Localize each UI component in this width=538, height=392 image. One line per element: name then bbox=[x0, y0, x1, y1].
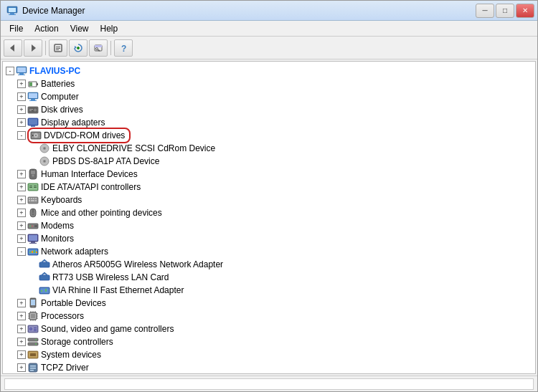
tcpz-icon bbox=[27, 362, 39, 373]
expand-keyboards[interactable]: + bbox=[17, 196, 26, 204]
svg-marker-4 bbox=[10, 44, 14, 52]
mice-icon bbox=[27, 207, 39, 219]
via-label: VIA Rhine II Fast Ethernet Adapter bbox=[52, 284, 184, 297]
atheros-label: Atheros AR5005G Wireless Network Adapter bbox=[52, 258, 223, 271]
svg-point-46 bbox=[44, 161, 45, 162]
tree-item-systemdevices[interactable]: + System devices bbox=[3, 348, 535, 361]
svg-rect-3 bbox=[9, 14, 16, 15]
minimize-button[interactable]: ─ bbox=[476, 4, 494, 18]
svg-rect-2 bbox=[10, 13, 14, 14]
help-button[interactable]: ? bbox=[114, 39, 133, 57]
expand-modems[interactable]: + bbox=[17, 221, 26, 230]
expand-network[interactable]: - bbox=[17, 247, 26, 256]
svg-point-70 bbox=[32, 226, 33, 227]
expand-portable[interactable]: + bbox=[17, 299, 26, 307]
keyboards-label: Keyboards bbox=[41, 193, 82, 206]
pbds-label: PBDS DS-8A1P ATA Device bbox=[52, 155, 159, 168]
tree-item-modems[interactable]: + Modems bbox=[3, 219, 535, 232]
dvdcdrom-label: DVD/CD-ROM drives bbox=[44, 129, 125, 142]
tree-item-batteries[interactable]: + Batteries bbox=[3, 77, 535, 90]
tree-item-mice[interactable]: + Mice and other pointing devices bbox=[3, 206, 535, 219]
storage-label: Storage controllers bbox=[41, 335, 113, 348]
svg-rect-31 bbox=[29, 109, 33, 110]
svg-rect-80 bbox=[34, 250, 35, 253]
expand-tcpz[interactable]: + bbox=[17, 363, 26, 372]
tree-item-storage[interactable]: + Storage controllers bbox=[3, 335, 535, 348]
menu-help[interactable]: Help bbox=[95, 22, 124, 35]
svg-point-83 bbox=[44, 259, 45, 261]
expand-batteries[interactable]: + bbox=[17, 80, 26, 88]
expand-root[interactable]: - bbox=[6, 67, 14, 75]
svg-rect-75 bbox=[29, 243, 37, 244]
network-label: Network adapters bbox=[41, 245, 108, 258]
close-button[interactable]: ✕ bbox=[516, 4, 534, 18]
menu-view[interactable]: View bbox=[65, 22, 95, 35]
tree-item-hid[interactable]: + Human Interface Devices bbox=[3, 168, 535, 181]
tree-item-computer[interactable]: + Computer bbox=[3, 90, 535, 103]
tree-item-via[interactable]: VIA Rhine II Fast Ethernet Adapter bbox=[3, 284, 535, 297]
tree-item-processors[interactable]: + bbox=[3, 310, 535, 322]
expand-storage[interactable]: + bbox=[17, 338, 26, 346]
svg-rect-62 bbox=[29, 200, 30, 201]
computer-label: Computer bbox=[41, 90, 79, 103]
expand-systemdevices[interactable]: + bbox=[17, 350, 26, 359]
expand-diskdrives[interactable]: + bbox=[17, 105, 26, 114]
tree-item-portable[interactable]: + Portable Devices bbox=[3, 297, 535, 310]
maximize-button[interactable]: □ bbox=[496, 4, 514, 18]
update-button[interactable] bbox=[69, 39, 88, 57]
svg-rect-25 bbox=[31, 99, 35, 100]
expand-processors[interactable]: + bbox=[17, 312, 26, 320]
svg-rect-24 bbox=[29, 93, 37, 98]
tree-item-sound[interactable]: + Sound, video and game controllers bbox=[3, 322, 535, 335]
svg-rect-7 bbox=[56, 47, 60, 47]
status-bar bbox=[1, 376, 537, 391]
expand-monitors[interactable]: + bbox=[17, 234, 26, 243]
properties-button[interactable] bbox=[49, 39, 67, 57]
tree-item-ide[interactable]: + IDE ATA/ATAPI controllers bbox=[3, 181, 535, 193]
device-manager-window: Device Manager ─ □ ✕ File Action View He… bbox=[0, 0, 538, 392]
expand-mice[interactable]: + bbox=[17, 209, 26, 217]
placeholder-atheros bbox=[29, 260, 37, 269]
svg-rect-124 bbox=[30, 368, 36, 369]
expand-ide[interactable]: + bbox=[17, 183, 26, 191]
displayadapters-icon bbox=[27, 117, 39, 128]
svg-point-118 bbox=[35, 343, 37, 345]
expand-computer[interactable]: + bbox=[17, 92, 26, 101]
tree-item-monitors[interactable]: + Monitors bbox=[3, 232, 535, 245]
expand-sound[interactable]: + bbox=[17, 325, 26, 333]
placeholder-via bbox=[29, 286, 37, 295]
diskdrives-icon bbox=[27, 104, 39, 115]
scan-button[interactable] bbox=[89, 39, 108, 57]
tree-item-rt73[interactable]: RT73 USB Wireless LAN Card bbox=[3, 271, 535, 284]
svg-point-92 bbox=[32, 306, 34, 307]
menu-action[interactable]: Action bbox=[29, 22, 64, 35]
tree-item-keyboards[interactable]: + Keyboards bbox=[3, 193, 535, 206]
tree-item-atheros[interactable]: Atheros AR5005G Wireless Network Adapter bbox=[3, 258, 535, 271]
tree-item-diskdrives[interactable]: + Disk drives bbox=[3, 103, 535, 116]
toolbar-separator-1 bbox=[45, 41, 46, 55]
network-icon bbox=[27, 246, 39, 257]
svg-rect-73 bbox=[29, 235, 37, 241]
tree-item-root[interactable]: - FLAVIUS-PC bbox=[3, 64, 535, 77]
expand-dvdcdrom[interactable]: - bbox=[17, 131, 26, 140]
diskdrives-label: Disk drives bbox=[41, 103, 83, 116]
tree-item-network[interactable]: - Network adapters bbox=[3, 245, 535, 258]
title-bar: Device Manager ─ □ ✕ bbox=[1, 1, 537, 21]
svg-rect-88 bbox=[41, 290, 42, 292]
svg-rect-113 bbox=[34, 329, 37, 330]
tree-item-tcpz[interactable]: + TCPZ Driver bbox=[3, 361, 535, 374]
device-tree[interactable]: - FLAVIUS-PC + bbox=[2, 61, 536, 374]
forward-button[interactable] bbox=[24, 39, 42, 57]
batteries-label: Batteries bbox=[41, 77, 75, 90]
tree-item-elby[interactable]: ELBY CLONEDRIVE SCSI CdRom Device bbox=[3, 142, 535, 155]
menu-file[interactable]: File bbox=[4, 22, 29, 35]
svg-rect-8 bbox=[56, 48, 60, 49]
tree-item-pbds[interactable]: PBDS DS-8A1P ATA Device bbox=[3, 155, 535, 168]
expand-hid[interactable]: + bbox=[17, 170, 26, 178]
toolbar: ? bbox=[1, 37, 537, 59]
svg-rect-32 bbox=[29, 110, 32, 111]
back-button[interactable] bbox=[4, 39, 22, 57]
svg-point-39 bbox=[35, 135, 37, 136]
tree-item-dvdcdrom[interactable]: - DVD/CD-ROM drives bbox=[3, 129, 535, 142]
expand-displayadapters[interactable]: + bbox=[17, 118, 26, 127]
